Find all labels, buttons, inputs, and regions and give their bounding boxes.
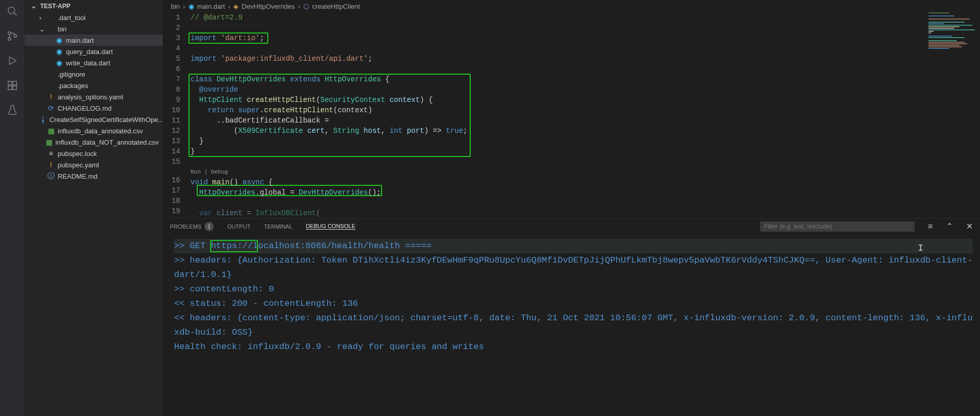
sidebar: ⌄ TEST-APP ›.dart_tool⌄bin◉main.dart◉que… bbox=[25, 0, 163, 416]
breadcrumb[interactable]: bin › ◉ main.dart › ◈ DevHttpOverrides ›… bbox=[163, 0, 980, 12]
file-tree-item[interactable]: ⌄bin bbox=[25, 23, 163, 34]
file-tree-item[interactable]: ◉write_data.dart bbox=[25, 57, 163, 68]
dart-icon: ◉ bbox=[188, 3, 194, 10]
activity-bar bbox=[0, 0, 25, 416]
word-wrap-icon[interactable]: ≡ bbox=[928, 222, 933, 231]
svg-marker-5 bbox=[10, 57, 16, 65]
tab-debug-console[interactable]: DEBUG CONSOLE bbox=[306, 223, 355, 230]
svg-rect-8 bbox=[8, 86, 12, 90]
sidebar-root[interactable]: ⌄ TEST-APP bbox=[25, 0, 163, 12]
chevron-down-icon: ⌄ bbox=[31, 2, 38, 10]
tab-problems[interactable]: PROBLEMS 1 bbox=[170, 222, 214, 231]
tab-terminal[interactable]: TERMINAL bbox=[264, 223, 293, 230]
text-cursor-icon: I bbox=[918, 241, 923, 255]
extensions-icon[interactable] bbox=[6, 79, 19, 92]
file-tree-item[interactable]: .gitignore bbox=[25, 68, 163, 80]
file-tree-item[interactable]: ◉query_data.dart bbox=[25, 46, 163, 57]
close-panel-icon[interactable]: ✕ bbox=[966, 221, 973, 231]
method-icon: ⬡ bbox=[303, 3, 309, 10]
svg-rect-6 bbox=[8, 81, 12, 85]
file-tree-item[interactable]: ›.dart_tool bbox=[25, 12, 163, 23]
file-tree-item[interactable]: ⭳CreateSelfSignedCertificateWithOpe... bbox=[25, 114, 163, 125]
run-icon[interactable] bbox=[6, 55, 19, 67]
file-tree-item[interactable]: ◉main.dart bbox=[25, 34, 163, 46]
file-tree-item[interactable]: ≡pubspec.lock bbox=[25, 148, 163, 159]
minimap[interactable] bbox=[929, 12, 980, 218]
class-icon: ◈ bbox=[233, 3, 238, 10]
chevron-right-icon: › bbox=[298, 3, 300, 10]
svg-rect-7 bbox=[13, 81, 16, 85]
gutter: 123 456 789 101112 131415 161718 19 bbox=[163, 12, 191, 218]
file-tree-item[interactable]: ▦influxdb_data_NOT_annotated.csv bbox=[25, 136, 163, 148]
code-editor[interactable]: 123 456 789 101112 131415 161718 19 // @… bbox=[163, 12, 980, 218]
debug-console[interactable]: >> GET https://localhost:8086/health/hea… bbox=[163, 234, 980, 416]
testing-icon[interactable] bbox=[6, 104, 19, 116]
svg-line-1 bbox=[14, 13, 17, 16]
file-tree-item[interactable]: !analysis_options.yaml bbox=[25, 91, 163, 102]
svg-point-2 bbox=[8, 32, 11, 35]
search-icon[interactable] bbox=[6, 5, 19, 18]
tab-output[interactable]: OUTPUT bbox=[227, 223, 250, 230]
chevron-right-icon: › bbox=[228, 3, 230, 10]
file-tree-item[interactable]: ▦influxdb_data_annotated.csv bbox=[25, 125, 163, 136]
svg-point-3 bbox=[8, 38, 11, 41]
file-tree-item[interactable]: ⓘREADME.md bbox=[25, 170, 163, 182]
svg-rect-9 bbox=[13, 86, 16, 90]
svg-point-0 bbox=[8, 7, 15, 14]
file-tree-item[interactable]: !pubspec.yaml bbox=[25, 159, 163, 170]
editor-area: bin › ◉ main.dart › ◈ DevHttpOverrides ›… bbox=[163, 0, 980, 416]
codelens-run-debug[interactable]: Run | Debug bbox=[191, 167, 468, 177]
collapse-icon[interactable]: ⌃ bbox=[946, 221, 953, 231]
file-tree-item[interactable]: .packages bbox=[25, 80, 163, 91]
source-control-icon[interactable] bbox=[6, 30, 19, 42]
panel-tabs: PROBLEMS 1 OUTPUT TERMINAL DEBUG CONSOLE… bbox=[163, 218, 980, 234]
problems-count-badge: 1 bbox=[204, 222, 214, 231]
chevron-right-icon: › bbox=[183, 3, 185, 10]
file-tree-item[interactable]: ⟳CHANGELOG.md bbox=[25, 102, 163, 114]
filter-input[interactable] bbox=[760, 221, 915, 232]
